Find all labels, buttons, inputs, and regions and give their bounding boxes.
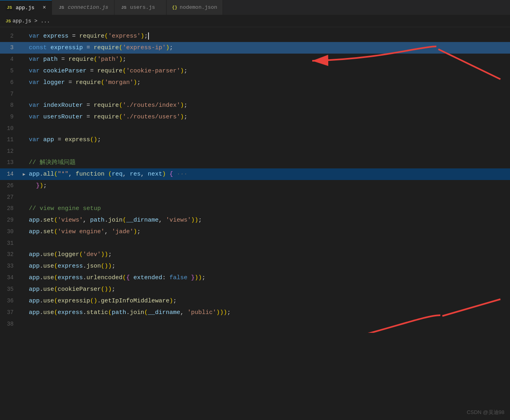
watermark: CSDN @吴迪98 — [467, 409, 504, 416]
line-4: 4 var path = require('path'); — [0, 54, 510, 65]
line-content: // view engine setup — [27, 203, 510, 214]
tab-label: connection.js — [68, 4, 108, 10]
line-5: 5 var cookieParser = require('cookie-par… — [0, 65, 510, 77]
tab-label: app.js — [16, 5, 34, 11]
line-13: 13 // 解决跨域问题 — [0, 157, 510, 168]
line-9: 9 var usersRouter = require('./routes/us… — [0, 111, 510, 123]
line-3: 3 const expressip = require('express-ip'… — [0, 42, 510, 54]
js-icon: JS — [120, 5, 128, 10]
line-number: 32 — [0, 249, 21, 260]
line-number: 31 — [0, 238, 21, 249]
line-2: 2 var express = require('express'); — [0, 30, 510, 42]
line-number: 9 — [0, 111, 21, 122]
line-content: app.use(expressip().getIpInfoMiddleware)… — [27, 296, 510, 307]
line-content: app.all("*", function (req, res, next) {… — [27, 169, 510, 180]
json-icon: {} — [172, 5, 177, 10]
line-34: 34 app.use(express.urlencoded({ extended… — [0, 272, 510, 284]
line-content: var usersRouter = require('./routes/user… — [27, 112, 510, 123]
close-icon[interactable]: × — [43, 4, 46, 11]
js-icon: JS — [6, 5, 13, 10]
line-31: 31 — [0, 238, 510, 249]
fold-arrow[interactable]: ▶ — [21, 169, 27, 180]
line-number: 14 — [0, 168, 21, 180]
line-content: }); — [27, 180, 510, 192]
line-7: 7 — [0, 88, 510, 100]
line-number: 13 — [0, 157, 21, 168]
line-number: 7 — [0, 88, 21, 100]
line-number: 37 — [0, 307, 21, 318]
breadcrumb-path: app.js > ... — [12, 18, 50, 24]
tab-label: nodemon.json — [180, 4, 217, 10]
line-content: app.use(express.urlencoded({ extended: f… — [27, 272, 510, 284]
line-38: 38 — [0, 318, 510, 330]
line-26: 26 }); — [0, 180, 510, 192]
line-8: 8 var indexRouter = require('./routes/in… — [0, 100, 510, 111]
line-content: var indexRouter = require('./routes/inde… — [27, 100, 510, 111]
tab-connection-js[interactable]: JS connection.js — [52, 0, 114, 15]
line-content: // 解决跨域问题 — [27, 157, 510, 168]
tab-label: users.js — [130, 4, 155, 10]
line-number: 38 — [0, 318, 21, 330]
tab-app-js[interactable]: JS app.js × — [0, 0, 52, 15]
line-number: 12 — [0, 146, 21, 157]
line-content: var express = require('express'); — [27, 31, 510, 42]
line-36: 36 app.use(expressip().getIpInfoMiddlewa… — [0, 295, 510, 307]
line-content: const expressip = require('express-ip'); — [27, 42, 510, 54]
line-number: 2 — [0, 30, 21, 42]
line-35: 35 app.use(cookieParser()); — [0, 284, 510, 295]
line-30: 30 app.set('view engine', 'jade'); — [0, 226, 510, 238]
line-12: 12 — [0, 146, 510, 157]
line-content: var path = require('path'); — [27, 54, 510, 65]
line-content: app.use(express.static(path.join(__dirna… — [27, 307, 510, 318]
line-number: 33 — [0, 260, 21, 272]
line-content: app.use(cookieParser()); — [27, 284, 510, 295]
breadcrumb-js-icon: JS — [6, 19, 11, 24]
line-number: 35 — [0, 284, 21, 295]
line-number: 36 — [0, 295, 21, 306]
line-37: 37 app.use(express.static(path.join(__di… — [0, 307, 510, 318]
line-number: 11 — [0, 134, 21, 145]
line-28: 28 // view engine setup — [0, 203, 510, 214]
js-icon: JS — [58, 5, 65, 10]
line-number: 29 — [0, 214, 21, 226]
line-6: 6 var logger = require('morgan'); — [0, 77, 510, 88]
line-32: 32 app.use(logger('dev')); — [0, 249, 510, 260]
line-content: var cookieParser = require('cookie-parse… — [27, 66, 510, 77]
line-number: 28 — [0, 203, 21, 214]
line-29: 29 app.set('views', path.join(__dirname,… — [0, 214, 510, 226]
line-27: 27 — [0, 192, 510, 203]
line-number: 26 — [0, 180, 21, 191]
line-11: 11 var app = express(); — [0, 134, 510, 146]
tab-nodemon-json[interactable]: {} nodemon.json — [167, 0, 223, 15]
tab-users-js[interactable]: JS users.js — [114, 0, 167, 15]
line-14: 14 ▶ app.all("*", function (req, res, ne… — [0, 168, 510, 180]
line-number: 3 — [0, 42, 21, 53]
line-number: 8 — [0, 100, 21, 111]
line-number: 30 — [0, 226, 21, 237]
breadcrumb: JS app.js > ... — [0, 15, 510, 27]
line-number: 6 — [0, 77, 21, 88]
line-number: 10 — [0, 123, 21, 134]
line-number: 5 — [0, 65, 21, 76]
line-content: app.set('views', path.join(__dirname, 'v… — [27, 215, 510, 226]
line-content: var app = express(); — [27, 134, 510, 146]
code-editor: 2 var express = require('express'); 3 co… — [0, 27, 510, 333]
line-content: app.use(express.json()); — [27, 261, 510, 272]
line-content: app.set('view engine', 'jade'); — [27, 226, 510, 238]
tab-bar: JS app.js × JS connection.js JS users.js… — [0, 0, 510, 15]
line-number: 4 — [0, 54, 21, 65]
line-number: 27 — [0, 192, 21, 203]
line-content: app.use(logger('dev')); — [27, 249, 510, 260]
line-33: 33 app.use(express.json()); — [0, 260, 510, 272]
line-content: var logger = require('morgan'); — [27, 77, 510, 88]
line-number: 34 — [0, 272, 21, 283]
line-10: 10 — [0, 123, 510, 134]
